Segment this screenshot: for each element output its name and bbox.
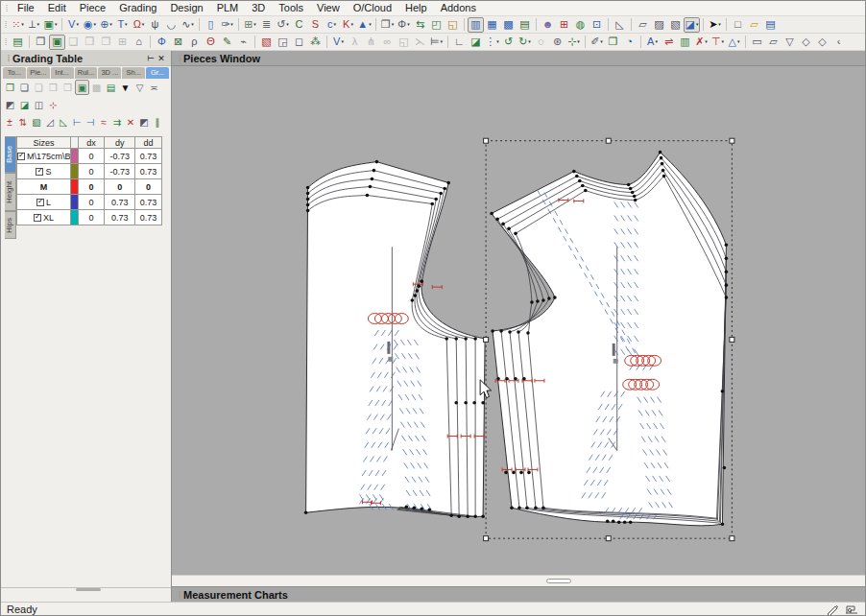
pen2-icon[interactable]: ✎ [219, 35, 235, 50]
pieces-canvas[interactable] [172, 66, 865, 575]
menu-item-design[interactable]: Design [163, 2, 209, 13]
dropdown-caret-icon[interactable]: ▾ [655, 35, 658, 49]
disabled-grade-4[interactable]: ▩ [89, 80, 104, 95]
selection-handle[interactable] [484, 536, 489, 541]
size-checkbox[interactable] [36, 199, 44, 206]
walk2-icon[interactable]: ⋔ [363, 35, 379, 50]
dd-value-cell[interactable]: 0.73 [135, 210, 162, 225]
seam-icon[interactable]: ≣ [258, 17, 275, 33]
dart2-icon[interactable]: V▾ [330, 35, 347, 50]
scrollbar-thumb[interactable] [546, 579, 571, 583]
dx-value-cell[interactable]: 0 [78, 164, 105, 179]
dropdown-caret-icon[interactable]: ▾ [737, 35, 740, 49]
dart-tool-icon[interactable]: V▾ [65, 17, 82, 33]
panel-tab-int[interactable]: Int... [51, 67, 74, 79]
size-row-s[interactable]: S0-0.730.73 [17, 164, 162, 179]
size-checkbox[interactable] [34, 214, 41, 222]
dd-value-cell[interactable]: 0.73 [135, 195, 162, 210]
dropdown-caret-icon[interactable]: ▾ [109, 17, 112, 32]
plotter-pen-icon[interactable] [827, 604, 840, 615]
dropdown-caret-icon[interactable]: ▾ [94, 17, 97, 32]
dy-value-cell[interactable]: -0.73 [105, 164, 135, 179]
close-icon[interactable]: ✕ [156, 54, 167, 63]
button-tool-icon[interactable]: ⊕▾ [98, 17, 114, 33]
size-checkbox[interactable] [17, 153, 25, 160]
stamp-icon[interactable]: ⊞▾ [242, 17, 258, 33]
book-icon[interactable]: ▥ [677, 35, 693, 50]
prism-icon[interactable]: ▲▾ [356, 17, 373, 33]
pattern-piece-left[interactable] [306, 162, 485, 517]
dropdown-caret-icon[interactable]: ▾ [36, 17, 39, 32]
smooth-icon[interactable]: ≈ [97, 114, 110, 130]
angle-tool-icon[interactable]: ‹ [830, 35, 847, 50]
paste-grade-icon[interactable]: ❏ [17, 80, 32, 95]
dropdown-caret-icon[interactable]: ▾ [696, 17, 699, 32]
dropdown-caret-icon[interactable]: ▾ [369, 17, 372, 32]
underline-s-icon[interactable]: S [307, 17, 324, 33]
size-name-cell[interactable]: XL [17, 210, 71, 225]
size-name-cell[interactable]: S [17, 164, 71, 179]
size-table-icon[interactable]: ⊞ [556, 17, 572, 33]
selection-handle[interactable] [606, 536, 611, 541]
align-x-icon[interactable]: ⊢ [70, 114, 84, 130]
open-dxf-icon[interactable]: ▤ [10, 35, 26, 50]
dx-value-cell[interactable]: 0 [78, 149, 105, 164]
hammer-icon[interactable]: ⊤▾ [710, 35, 726, 50]
pen-slant-icon[interactable]: ✐▾ [589, 35, 605, 50]
dy-value-cell[interactable]: 0 [105, 179, 135, 195]
shape-tool-icon[interactable]: ◡ [163, 17, 180, 33]
mirror-icon[interactable]: Φ▾ [396, 17, 412, 33]
selection-handle[interactable] [606, 138, 611, 143]
grid2-view-icon[interactable]: ▩ [500, 17, 517, 33]
dropdown-caret-icon[interactable]: ▾ [528, 35, 531, 49]
panel-tab-to[interactable]: To... [3, 67, 26, 79]
copy-grade-icon[interactable]: ❐ [3, 80, 17, 95]
link-icon[interactable]: ∞ [379, 35, 396, 50]
dropdown-caret-icon[interactable]: ▾ [392, 17, 395, 32]
dropdown-caret-icon[interactable]: ▾ [76, 17, 79, 32]
expand-icon[interactable]: ▼ [118, 80, 132, 95]
page-flag-icon[interactable]: ◱ [445, 17, 461, 33]
menu-item-help[interactable]: Help [398, 2, 434, 13]
grade-table-icon[interactable]: ▧ [30, 114, 43, 130]
a-ruler-icon[interactable]: A▾ [644, 35, 661, 50]
panel-tab-rul[interactable]: Rul... [75, 67, 98, 79]
window-icon[interactable]: ◻ [291, 35, 307, 50]
dd-value-cell[interactable]: 0.73 [135, 149, 162, 164]
dy-value-cell[interactable]: -0.73 [105, 149, 135, 164]
panel-tab-3d[interactable]: 3D ... [98, 67, 121, 79]
menu-item-addons[interactable]: Addons [434, 2, 483, 13]
mirror-v-icon[interactable]: Φ [154, 35, 170, 50]
add-point-icon[interactable]: ⊹▾ [565, 35, 582, 50]
page2-icon[interactable]: ◱ [396, 35, 412, 50]
dy-value-cell[interactable]: 0.73 [105, 210, 135, 225]
dx-value-cell[interactable]: 0 [78, 195, 105, 210]
balance-icon[interactable]: ≍ [147, 80, 161, 95]
tool-disabled-4[interactable]: ⊞ [114, 35, 131, 50]
diamond2-tool-icon[interactable]: ◇ [814, 35, 830, 50]
delete-x-icon[interactable]: ✗▾ [693, 35, 710, 50]
dropdown-caret-icon[interactable]: ▾ [600, 35, 603, 49]
distribute-icon[interactable]: ⇉ [110, 114, 124, 130]
page-paste-grade-icon[interactable]: ▧ [667, 17, 684, 33]
dropdown-caret-icon[interactable]: ▾ [55, 17, 58, 32]
page-new-grade-icon[interactable]: ▱ [635, 17, 651, 33]
side-tab-height[interactable]: Height [5, 173, 16, 211]
orbit-icon[interactable]: ⊛ [549, 35, 565, 50]
win-grade-icon[interactable]: ◫ [32, 97, 46, 112]
grade-export-icon[interactable]: ⊠ [170, 35, 186, 50]
selection-handle[interactable] [730, 337, 734, 342]
dd-value-cell[interactable]: 0.73 [135, 164, 162, 179]
menu-item-file[interactable]: File [11, 2, 41, 13]
cursor-tool-icon[interactable]: ➤▾ [707, 17, 723, 33]
walk-icon[interactable]: λ [347, 35, 363, 50]
menu-item-view[interactable]: View [310, 2, 347, 13]
size-row-l[interactable]: L00.730.73 [17, 195, 162, 210]
node-icon[interactable]: ⁂ [307, 35, 324, 50]
panel-splitter[interactable] [1, 587, 171, 590]
user-icon[interactable]: ☻ [540, 17, 556, 33]
swatch-icon[interactable]: ◪ [468, 35, 484, 50]
underline-c-icon[interactable]: c▾ [324, 17, 340, 33]
save-file-icon[interactable]: ▤ [762, 17, 779, 33]
size-row-m-175cm-b[interactable]: M\175cm\B0-0.730.73 [17, 149, 162, 164]
